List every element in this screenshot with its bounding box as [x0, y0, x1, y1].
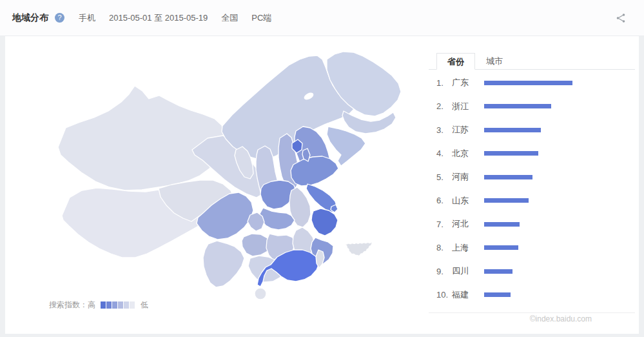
index-bar: [484, 128, 541, 132]
province-yunnan[interactable]: [203, 241, 244, 287]
ranking-row[interactable]: 10.福建: [436, 283, 635, 307]
ranking-row[interactable]: 2.浙江: [436, 95, 635, 119]
ranking-row[interactable]: 7.河北: [436, 212, 635, 236]
province-label: 山东: [452, 195, 484, 207]
province-label: 河北: [452, 218, 484, 230]
filter-bar: 手机2015-05-01 至 2015-05-19全国PC端: [79, 12, 285, 24]
province-label: 河南: [452, 171, 484, 183]
rank-number: 8.: [436, 243, 452, 252]
index-bar: [484, 292, 511, 297]
ranking-panel: 省份城市 1.广东2.浙江3.江苏4.北京5.河南6.山东7.河北8.上海9.四…: [429, 53, 635, 307]
ranking-list: 1.广东2.浙江3.江苏4.北京5.河南6.山东7.河北8.上海9.四川10.福…: [429, 71, 635, 307]
rank-number: 6.: [436, 196, 452, 205]
ranking-row[interactable]: 3.江苏: [436, 118, 635, 142]
legend-swatches: [95, 301, 135, 309]
map-legend: 搜索指数：高 低: [49, 300, 148, 311]
legend-swatch-4: [118, 301, 123, 309]
province-zhejiang[interactable]: [311, 209, 338, 236]
province-label: 浙江: [452, 101, 484, 112]
rank-number: 1.: [436, 78, 452, 88]
region-distribution-widget: 地域分布 ? 手机2015-05-01 至 2015-05-19全国PC端: [0, 0, 644, 337]
province-xinjiang[interactable]: [58, 86, 224, 190]
panel-tabs: 省份城市: [429, 53, 635, 70]
rank-number: 4.: [436, 148, 452, 158]
legend-high-label: 搜索指数：高: [49, 300, 95, 311]
province-label: 北京: [452, 148, 484, 159]
rank-number: 10.: [436, 290, 452, 300]
ranking-row[interactable]: 8.上海: [436, 236, 635, 260]
index-bar: [484, 151, 538, 156]
index-bar: [484, 81, 572, 85]
province-label: 福建: [452, 289, 484, 301]
page-title: 地域分布: [12, 12, 48, 24]
rank-number: 9.: [436, 267, 452, 276]
legend-low-label: 低: [141, 300, 148, 311]
china-choropleth-map: [5, 36, 431, 334]
filter-region-scope: 全国: [221, 12, 238, 24]
widget-header: 地域分布 ? 手机2015-05-01 至 2015-05-19全国PC端: [0, 0, 644, 36]
ranking-row[interactable]: 5.河南: [436, 165, 635, 189]
index-bar: [484, 104, 551, 108]
help-icon[interactable]: ?: [55, 13, 64, 23]
ranking-row[interactable]: 6.山东: [436, 189, 635, 213]
province-label: 江苏: [452, 124, 484, 136]
nine-dash-line-west: [342, 249, 348, 286]
ranking-row[interactable]: 4.北京: [436, 142, 635, 166]
index-bar: [484, 222, 520, 227]
index-bar: [484, 198, 529, 203]
province-taiwan[interactable]: [316, 250, 324, 268]
index-bar: [484, 175, 532, 179]
south-china-sea-islands: [346, 243, 373, 256]
watermark: ©index.baidu.com: [530, 314, 592, 323]
rank-number: 5.: [436, 172, 452, 182]
legend-swatch-1: [101, 301, 106, 309]
province-label: 上海: [452, 242, 484, 254]
province-hubei[interactable]: [260, 208, 295, 230]
rank-number: 3.: [436, 125, 452, 135]
legend-swatch-6: [130, 301, 135, 309]
share-icon[interactable]: [616, 13, 626, 23]
legend-swatch-3: [112, 301, 117, 309]
panel-divider: [429, 312, 635, 313]
filter-device-mobile: 手机: [79, 12, 95, 24]
rank-number: 7.: [436, 220, 452, 229]
province-label: 广东: [452, 77, 484, 88]
province-label: 四川: [452, 265, 484, 277]
filter-device-pc: PC端: [251, 12, 271, 24]
index-bar: [484, 245, 518, 250]
map-card: 搜索指数：高 低 省份城市 1.广东2.浙江3.江苏4.北京5.河南6.山东7.…: [5, 36, 639, 334]
legend-swatch-2: [106, 301, 112, 309]
legend-swatch-5: [124, 301, 129, 309]
ranking-row[interactable]: 9.四川: [436, 260, 635, 283]
tab-city[interactable]: 城市: [475, 53, 514, 69]
ranking-row[interactable]: 1.广东: [436, 71, 635, 95]
filter-date-range: 2015-05-01 至 2015-05-19: [109, 12, 208, 24]
province-hainan[interactable]: [255, 288, 266, 300]
index-bar: [484, 269, 512, 274]
rank-number: 2.: [436, 101, 452, 111]
province-shandong[interactable]: [291, 156, 338, 186]
tab-province[interactable]: 省份: [436, 53, 475, 70]
